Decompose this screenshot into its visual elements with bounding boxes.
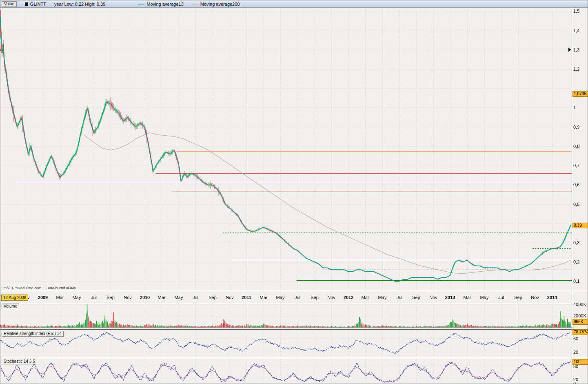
volume-panel-label[interactable]: Volume [2, 304, 19, 309]
prorealtime-brand-label: ProRealTime.com [12, 286, 42, 290]
value-axis-button[interactable]: Value [2, 1, 17, 7]
price-level-badge: 1,0735 [572, 91, 588, 97]
date-badge: 12 Aug 2008 [1, 295, 28, 301]
rsi-value-badge: 78,7574 [572, 329, 588, 335]
last-price-badge: 0,39 [572, 223, 588, 228]
volume-value-badge: 966K [572, 319, 588, 325]
legend-ma200[interactable]: Moving average200 [192, 2, 240, 7]
ma13-label: Moving average13 [146, 2, 184, 7]
ma200-swatch-icon [192, 4, 198, 4]
chart-legend-bar: Value GLINTT year Low: 0,22 High: 0,39 M… [0, 0, 588, 8]
chart-footer-note: 1:1½ ProRealTime.com Data is end of day [2, 286, 76, 290]
stoch-value-badge: 100 [572, 359, 588, 365]
prorealtime-chart-window: Value GLINTT year Low: 0,22 High: 0,39 M… [0, 0, 588, 384]
instrument-label: GLINTT [30, 2, 46, 7]
year-stats-label: year Low: 0,22 High: 0,39 [54, 2, 105, 7]
ma200-label: Moving average200 [200, 2, 240, 7]
scale-ratio-label: 1:1½ [2, 286, 10, 290]
ma13-swatch-icon [138, 4, 144, 4]
legend-instrument[interactable]: GLINTT [25, 2, 46, 7]
data-note-label: Data is end of day [47, 286, 76, 290]
stoch-panel-label[interactable]: Stochastic 14 3 5 [2, 359, 37, 364]
rsi-panel-label[interactable]: Relative strength index (RSI) 14 [2, 331, 64, 337]
legend-ma13[interactable]: Moving average13 [138, 2, 184, 7]
instrument-swatch-icon [25, 2, 28, 6]
chart-canvas[interactable] [0, 0, 588, 384]
